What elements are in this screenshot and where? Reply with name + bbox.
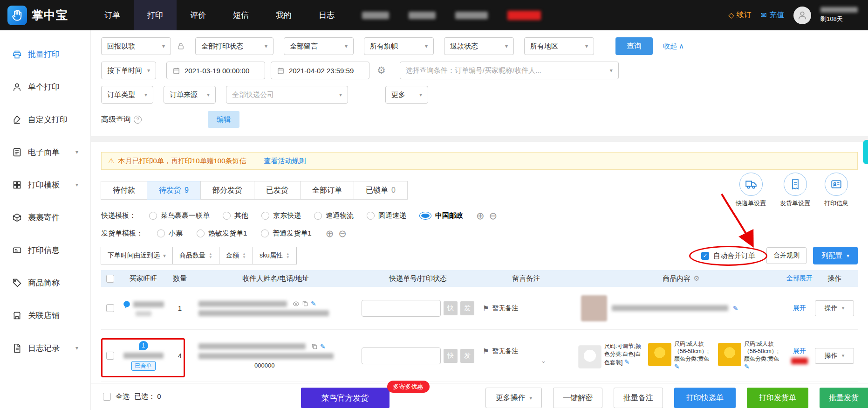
- invoice-sheet-settings[interactable]: 发货单设置: [780, 173, 810, 208]
- nav-item-orders[interactable]: 订单: [91, 0, 134, 30]
- merge-rules-button[interactable]: 合并规则: [766, 247, 806, 264]
- sort-by-amount[interactable]: 金额 ▲▼: [219, 247, 253, 264]
- express-tpl-yuantong[interactable]: 圆通速递: [367, 211, 406, 220]
- express-tpl-sutong[interactable]: 速通物流: [314, 211, 354, 220]
- row-checkbox[interactable]: [106, 352, 114, 360]
- radio-icon[interactable]: [314, 212, 322, 220]
- pencil-icon[interactable]: ✎: [674, 363, 680, 370]
- tab-pending-payment[interactable]: 待付款: [101, 181, 147, 200]
- batch-ship-button[interactable]: 批量发货: [820, 388, 868, 408]
- activity-rules-link[interactable]: 查看活动规则: [264, 157, 306, 166]
- radio-icon[interactable]: [197, 229, 205, 237]
- print-invoice-button[interactable]: 打印发货单: [747, 388, 808, 408]
- sidebar-item-guoguo[interactable]: 裹裹寄件: [0, 201, 90, 234]
- tab-locked[interactable]: 已锁单0: [354, 181, 408, 200]
- radio-icon[interactable]: [261, 212, 269, 220]
- print-info-settings[interactable]: 打印信息: [824, 173, 848, 208]
- copy-icon[interactable]: [302, 300, 308, 307]
- tab-all-orders[interactable]: 全部订单: [300, 181, 354, 200]
- nav-item-mine[interactable]: 我的: [262, 0, 305, 30]
- gear-icon[interactable]: ⚙: [693, 274, 699, 283]
- row-checkbox[interactable]: [106, 304, 114, 312]
- select-all-header-checkbox[interactable]: [106, 275, 114, 283]
- sidebar-item-log-records[interactable]: 日志记录 ▾: [0, 332, 90, 364]
- message-select[interactable]: 全部留言▾: [284, 37, 354, 55]
- express-tpl-other[interactable]: 其他: [223, 211, 248, 220]
- date-from-input[interactable]: 2021-03-19 00:00:00: [166, 62, 265, 79]
- decrypt-button[interactable]: 一键解密: [553, 388, 602, 408]
- chat-bubble-icon[interactable]: [123, 300, 131, 309]
- tracking-number-input[interactable]: [362, 347, 441, 364]
- product-thumbnail[interactable]: [648, 343, 671, 366]
- help-icon[interactable]: ?: [134, 116, 142, 124]
- order-source-select[interactable]: 订单来源▾: [164, 86, 216, 104]
- pencil-icon[interactable]: ✎: [744, 363, 750, 370]
- express-sheet-settings[interactable]: 快递单设置: [736, 173, 766, 208]
- avatar[interactable]: [793, 7, 811, 24]
- select-all-checkbox[interactable]: [103, 393, 111, 401]
- express-company-select[interactable]: 全部快递公司▾: [226, 86, 348, 104]
- more-actions-button[interactable]: 更多操作▾: [485, 388, 542, 408]
- fast-print-button[interactable]: 快: [444, 301, 458, 315]
- flag-icon[interactable]: ⚑: [483, 347, 489, 355]
- radio-icon[interactable]: [367, 212, 375, 220]
- sidebar-item-waybill[interactable]: 电子面单 ▾: [0, 136, 90, 168]
- nav-item-print[interactable]: 打印: [134, 0, 177, 30]
- minus-circle-icon[interactable]: ⊖: [489, 211, 498, 221]
- tab-shipped[interactable]: 已发货: [254, 181, 301, 200]
- shop-select[interactable]: 回报以歌▾: [101, 37, 171, 55]
- sort-by-time[interactable]: 下单时间由近到远▾: [101, 247, 173, 264]
- cainiao-ship-button[interactable]: 菜鸟官方发货 多寄多优惠: [301, 388, 390, 408]
- expand-all-link[interactable]: 全部展开: [786, 274, 813, 283]
- flag-select[interactable]: 所有旗帜▾: [364, 37, 434, 55]
- sidebar-item-single-print[interactable]: 单个打印: [0, 70, 90, 103]
- plus-circle-icon[interactable]: ⊕: [326, 229, 334, 238]
- more-filter-select[interactable]: 更多▾: [385, 86, 428, 104]
- product-thumbnail[interactable]: [718, 343, 741, 366]
- pencil-icon[interactable]: ✎: [320, 343, 326, 350]
- expand-row-link[interactable]: 展开: [793, 304, 806, 313]
- product-thumbnail[interactable]: [581, 295, 607, 321]
- auto-merge-toggle[interactable]: ✓ 自动合并订单: [697, 249, 760, 263]
- chevron-down-icon[interactable]: ⌄: [541, 357, 546, 364]
- collapse-link[interactable]: 收起∧: [663, 42, 684, 51]
- row-action-button[interactable]: 操作▾: [815, 300, 854, 316]
- minus-circle-icon[interactable]: ⊖: [338, 229, 347, 238]
- pencil-icon[interactable]: ✎: [311, 300, 316, 307]
- ship-button[interactable]: 发: [460, 349, 474, 363]
- tab-partial-shipment[interactable]: 部分发货: [200, 181, 254, 200]
- pencil-icon[interactable]: ✎: [624, 358, 630, 366]
- edit-button[interactable]: 编辑: [208, 111, 239, 128]
- fast-print-button[interactable]: 快: [444, 349, 458, 363]
- invoice-tpl-receipt[interactable]: 小票: [157, 229, 183, 238]
- ship-button[interactable]: 发: [460, 301, 474, 315]
- region-select[interactable]: 所有地区▾: [524, 37, 594, 55]
- nav-item-reviews[interactable]: 评价: [177, 0, 219, 30]
- date-to-input[interactable]: 2021-04-02 23:59:59: [271, 62, 369, 79]
- radio-icon[interactable]: [149, 212, 157, 220]
- sort-by-quantity[interactable]: 商品数量 ▲▼: [172, 247, 219, 264]
- sidebar-item-batch-print[interactable]: 批量打印: [0, 38, 90, 70]
- invoice-tpl-normal[interactable]: 普通发货单1: [261, 229, 311, 238]
- row-action-button[interactable]: 操作▾: [815, 348, 854, 364]
- nav-item-logs[interactable]: 日志: [305, 0, 348, 30]
- tab-awaiting-shipment[interactable]: 待发货9: [147, 181, 201, 200]
- column-config-button[interactable]: 列配置▾: [813, 247, 858, 264]
- sidebar-item-product-alias[interactable]: 商品简称: [0, 266, 90, 299]
- express-tpl-cainiao[interactable]: 菜鸟裹裹一联单: [149, 211, 210, 220]
- radio-icon[interactable]: [261, 229, 269, 237]
- eye-icon[interactable]: [293, 300, 300, 307]
- time-type-select[interactable]: 按下单时间▾: [101, 62, 156, 79]
- sort-by-sku[interactable]: sku属性 ▲▼: [253, 247, 297, 264]
- gear-icon[interactable]: ⚙: [377, 65, 386, 76]
- renew-link[interactable]: ◇ 续订: [728, 10, 751, 20]
- sidebar-item-print-info[interactable]: 打印信息: [0, 234, 90, 266]
- flag-icon[interactable]: ⚑: [483, 304, 489, 313]
- keyword-condition-select[interactable]: 选择查询条件：订单编号/买家昵称/收件人...▾: [400, 62, 619, 79]
- radio-icon[interactable]: [223, 212, 231, 220]
- print-express-button[interactable]: 打印快递单: [674, 388, 736, 408]
- print-status-select[interactable]: 全部打印状态▾: [195, 37, 273, 55]
- edge-widget-tab[interactable]: [863, 140, 868, 164]
- order-type-select[interactable]: 订单类型▾: [101, 86, 153, 104]
- expand-row-link[interactable]: 展开: [793, 347, 806, 355]
